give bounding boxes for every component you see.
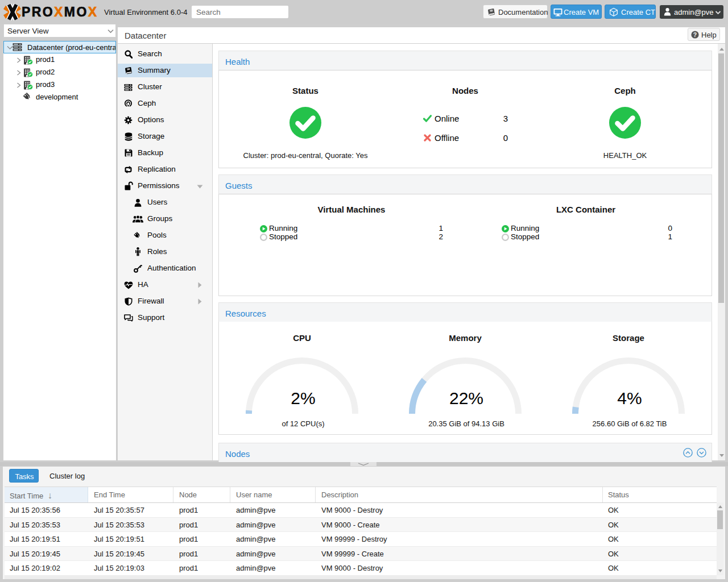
svg-text:?: ? (693, 31, 697, 38)
